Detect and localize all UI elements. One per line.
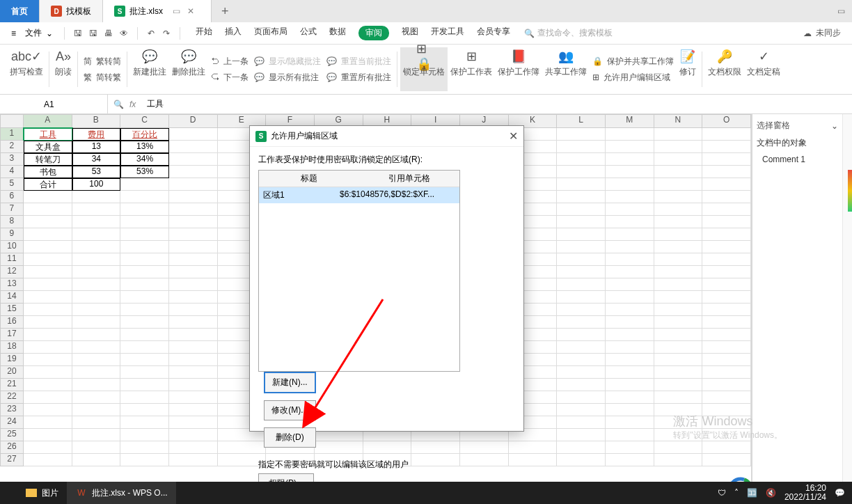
cell[interactable] (557, 379, 606, 391)
cell[interactable] (557, 216, 606, 228)
cell[interactable] (169, 454, 218, 466)
cell[interactable] (120, 366, 169, 379)
row-header[interactable]: 6 (0, 191, 24, 203)
cell[interactable] (120, 429, 169, 441)
cell[interactable] (702, 191, 751, 203)
cell[interactable] (24, 454, 72, 466)
cell[interactable] (606, 291, 654, 304)
cell[interactable] (24, 278, 72, 291)
cell[interactable] (702, 304, 751, 316)
cell[interactable] (24, 304, 72, 316)
cell[interactable] (702, 228, 751, 241)
cell[interactable] (557, 253, 606, 266)
cell[interactable] (169, 291, 218, 304)
cell[interactable] (169, 329, 218, 341)
cell[interactable] (557, 166, 606, 178)
cell[interactable] (606, 404, 654, 416)
row-header[interactable]: 13 (0, 278, 24, 291)
cell[interactable] (120, 253, 169, 266)
cell[interactable] (702, 316, 751, 329)
cell[interactable] (169, 366, 218, 379)
row-header[interactable]: 19 (0, 354, 24, 366)
cell[interactable] (72, 228, 121, 241)
command-search[interactable]: 🔍 查找命令、搜索模板 (524, 27, 613, 39)
cell[interactable] (654, 228, 703, 241)
row-header[interactable]: 18 (0, 341, 24, 354)
cell[interactable]: 工具 (24, 128, 72, 141)
cell[interactable] (557, 441, 606, 454)
row-header[interactable]: 7 (0, 203, 24, 216)
cell[interactable] (654, 191, 703, 203)
cell[interactable] (557, 178, 606, 191)
cell[interactable] (557, 278, 606, 291)
cell[interactable] (72, 203, 121, 216)
cell[interactable] (169, 429, 218, 441)
cell[interactable] (606, 203, 654, 216)
cell[interactable] (120, 178, 169, 191)
cell[interactable] (606, 128, 654, 141)
cell[interactable] (654, 341, 703, 354)
close-icon[interactable]: ✕ (509, 129, 518, 143)
trad-to-simp-button[interactable]: 简繁转简 (81, 54, 124, 69)
cell[interactable] (606, 354, 654, 366)
name-box[interactable]: A1 (38, 95, 108, 113)
cell[interactable] (72, 341, 121, 354)
cell[interactable] (654, 178, 703, 191)
cell[interactable] (169, 391, 218, 404)
row-header[interactable]: 24 (0, 416, 24, 429)
cell[interactable] (120, 454, 169, 466)
select-all-corner[interactable] (0, 114, 24, 128)
cell[interactable] (654, 253, 703, 266)
cell[interactable] (557, 228, 606, 241)
cell[interactable] (169, 241, 218, 253)
pane-item-comment[interactable]: Comment 1 (757, 153, 838, 166)
share-workbook-button[interactable]: 👥 共享工作簿 (542, 47, 590, 91)
cell[interactable] (606, 178, 654, 191)
cell[interactable] (557, 391, 606, 404)
cell[interactable] (72, 216, 121, 228)
cell[interactable] (557, 366, 606, 379)
doc-final-button[interactable]: ✓ 文档定稿 (744, 47, 783, 91)
cell[interactable] (72, 241, 121, 253)
cell[interactable] (169, 278, 218, 291)
cell[interactable] (169, 178, 218, 191)
read-aloud-button[interactable]: A» 朗读 (52, 47, 74, 91)
taskbar-clock[interactable]: 16:20 2022/11/24 (784, 484, 826, 502)
print-icon[interactable]: 🖶 (102, 27, 115, 40)
cell[interactable] (702, 253, 751, 266)
revisions-button[interactable]: 📝 修订 (677, 47, 699, 91)
row-header[interactable]: 22 (0, 391, 24, 404)
cell[interactable] (169, 316, 218, 329)
cell[interactable] (72, 441, 121, 454)
cell[interactable] (702, 366, 751, 379)
cell[interactable]: 34 (72, 153, 121, 166)
cell[interactable] (654, 216, 703, 228)
cell[interactable] (24, 228, 72, 241)
cell[interactable] (654, 316, 703, 329)
row-header[interactable]: 14 (0, 291, 24, 304)
ribbon-tab-start[interactable]: 开始 (196, 26, 212, 40)
region-list[interactable]: 标题 引用单元格 区域1 $6:$1048576,$D$2:$XF... (258, 170, 460, 372)
cell[interactable] (557, 454, 606, 466)
tab-template[interactable]: D 找模板 (40, 0, 103, 22)
protect-workbook-button[interactable]: 📕 保护工作簿 (495, 47, 542, 91)
cell[interactable] (654, 278, 703, 291)
tab-file[interactable]: S 批注.xlsx ▭ ✕ (103, 0, 212, 22)
ribbon-tab-data[interactable]: 数据 (329, 26, 346, 40)
cell[interactable] (72, 266, 121, 278)
row-header[interactable]: 16 (0, 316, 24, 329)
print-preview-icon[interactable]: 👁 (118, 27, 130, 40)
cell[interactable] (557, 354, 606, 366)
cell[interactable] (557, 203, 606, 216)
cell[interactable] (120, 278, 169, 291)
protect-sheet-button[interactable]: ⊞ 保护工作表 (448, 47, 495, 91)
column-header[interactable]: B (72, 114, 121, 128)
cell[interactable] (606, 241, 654, 253)
row-header[interactable]: 27 (0, 454, 24, 466)
tray-chevron-icon[interactable]: ˄ (734, 488, 739, 498)
cell[interactable] (24, 366, 72, 379)
cell[interactable] (120, 316, 169, 329)
doc-permission-button[interactable]: 🔑 文档权限 (705, 47, 744, 91)
cell[interactable] (606, 216, 654, 228)
cell[interactable] (557, 316, 606, 329)
